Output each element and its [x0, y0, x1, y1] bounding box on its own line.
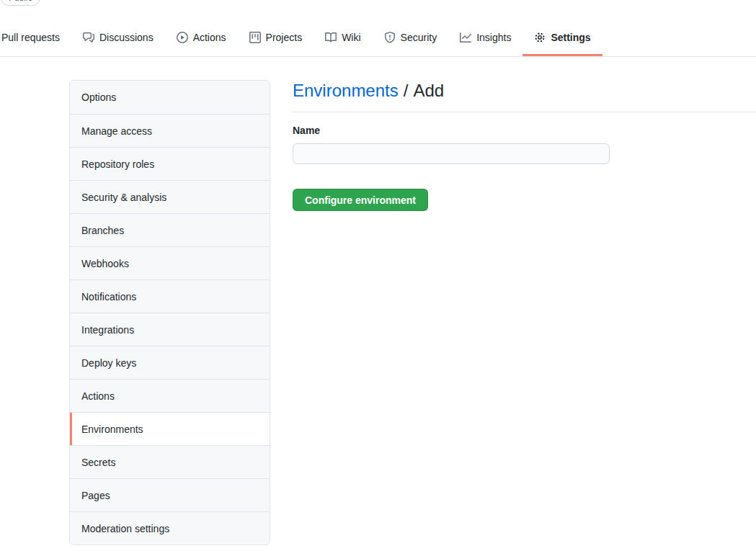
tab-discussions[interactable]: Discussions [71, 18, 165, 56]
graph-icon [460, 32, 471, 43]
sidebar-item-webhooks[interactable]: Webhooks [70, 246, 270, 279]
breadcrumb-separator: / [404, 81, 409, 100]
tab-wiki[interactable]: Wiki [313, 18, 372, 56]
environments-breadcrumb-link[interactable]: Environments [293, 81, 399, 100]
shield-icon [384, 32, 396, 43]
sidebar-item-environments[interactable]: Environments [70, 412, 270, 445]
breadcrumb-current: Add [413, 81, 444, 100]
repo-visibility-badge: Public [1, 0, 40, 6]
configure-environment-button[interactable]: Configure environment [293, 189, 428, 211]
tab-label: Wiki [342, 32, 360, 43]
tab-label: Projects [266, 32, 303, 43]
sidebar-item-manage-access[interactable]: Manage access [70, 114, 270, 147]
tab-actions[interactable]: Actions [165, 18, 238, 56]
sidebar-item-moderation-settings[interactable]: Moderation settings [70, 511, 270, 545]
sidebar-item-deploy-keys[interactable]: Deploy keys [70, 346, 270, 379]
sidebar-item-secrets[interactable]: Secrets [70, 445, 270, 478]
gear-icon [534, 32, 546, 43]
sidebar-item-actions[interactable]: Actions [70, 379, 270, 412]
name-label: Name [293, 125, 320, 136]
tab-label: Security [401, 32, 437, 43]
play-icon [177, 32, 188, 43]
tab-label: Actions [193, 32, 226, 43]
tab-label: Insights [476, 32, 511, 43]
tab-label: Discussions [99, 32, 154, 43]
book-icon [325, 32, 337, 43]
tab-label: Pull requests [1, 32, 60, 43]
tab-label: Settings [551, 32, 590, 43]
sidebar-item-integrations[interactable]: Integrations [70, 313, 270, 346]
sidebar-item-repository-roles[interactable]: Repository roles [70, 147, 270, 180]
tab-pull-requests[interactable]: Pull requests [0, 18, 71, 56]
sidebar-item-security-analysis[interactable]: Security & analysis [70, 180, 270, 213]
sidebar-item-pages[interactable]: Pages [70, 478, 270, 511]
sidebar-item-branches[interactable]: Branches [70, 213, 270, 246]
repo-tab-bar: Pull requests Discussions Actions Projec… [0, 18, 756, 57]
tab-security[interactable]: Security [373, 18, 449, 56]
sidebar-item-options[interactable]: Options [70, 81, 270, 114]
tab-projects[interactable]: Projects [238, 18, 314, 56]
project-icon [249, 32, 261, 43]
environment-name-input[interactable] [293, 143, 610, 164]
sidebar-item-notifications[interactable]: Notifications [70, 279, 270, 313]
tab-insights[interactable]: Insights [448, 18, 522, 56]
tab-settings[interactable]: Settings [522, 18, 602, 56]
heading-divider [293, 112, 756, 112]
page-title-breadcrumb: Environments/Add [293, 81, 444, 101]
repo-tabs: Pull requests Discussions Actions Projec… [0, 18, 756, 56]
comment-discussion-icon [83, 32, 94, 43]
settings-sidebar: Options Manage access Repository roles S… [69, 80, 270, 545]
